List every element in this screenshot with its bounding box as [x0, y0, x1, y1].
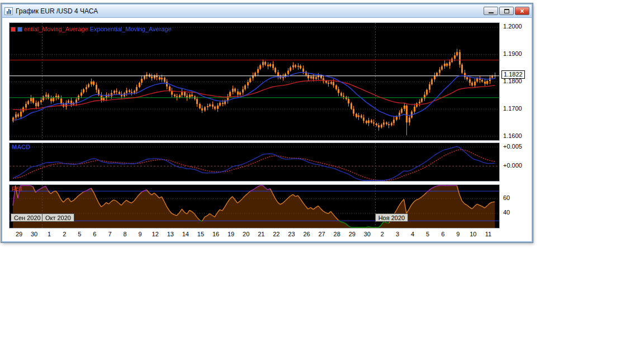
rsi-panel	[9, 184, 500, 228]
x-axis-day-label: 5	[426, 231, 429, 237]
titlebar[interactable]: График EUR /USD 4 ЧАСА ×	[2, 4, 532, 18]
macd-axis: +0.005+0.000	[501, 142, 533, 182]
x-axis-day-label: 29	[349, 231, 356, 237]
x-axis-day-label: 30	[364, 231, 371, 237]
ema-red-legend-label: ential_Moving_Average	[24, 26, 88, 32]
rsi-canvas[interactable]	[10, 185, 499, 228]
x-axis-day-label: 13	[167, 231, 174, 237]
ema-blue-legend-label: Exponential_Moving_Average	[90, 26, 172, 32]
x-axis-day-label: 23	[288, 231, 295, 237]
x-axis-day-label: 1	[48, 231, 51, 237]
price-axis: 1.1822 1.20001.19001.18001.17001.1600	[501, 22, 533, 141]
rsi-label: RSI	[12, 185, 22, 192]
month-marker-nov: Ноя 2020	[375, 213, 409, 222]
x-axis-day-label: 4	[411, 231, 414, 237]
price-chart-panel	[9, 22, 500, 141]
x-axis-day-label: 2	[381, 231, 384, 237]
x-axis-day-label: 9	[456, 231, 460, 237]
minimize-icon	[489, 12, 494, 13]
x-axis-day-label: 30	[31, 231, 37, 237]
rsi-axis-label: 40	[503, 209, 510, 216]
rsi-axis-label: 60	[503, 194, 510, 201]
x-axis-day-label: 22	[273, 231, 280, 237]
macd-axis-label: +0.000	[503, 162, 522, 169]
price-axis-label: 1.2000	[503, 23, 522, 30]
time-axis: 2930125678912131415161920212223262728293…	[10, 230, 500, 239]
chart-window: График EUR /USD 4 ЧАСА × ential_Moving_A…	[1, 3, 533, 242]
macd-canvas[interactable]	[10, 143, 499, 181]
close-button[interactable]: ×	[515, 7, 529, 15]
current-price-box: 1.1822	[501, 70, 525, 79]
x-axis-day-label: 2	[63, 231, 66, 237]
x-axis-day-label: 12	[152, 231, 159, 237]
x-axis-day-label: 29	[16, 231, 22, 237]
x-axis-day-label: 28	[334, 231, 340, 237]
minimize-button[interactable]	[484, 7, 498, 15]
macd-label: MACD	[12, 144, 30, 150]
x-axis-day-label: 5	[78, 231, 81, 237]
x-axis-day-label: 10	[470, 231, 476, 237]
x-axis-day-label: 7	[108, 231, 111, 237]
x-axis-day-label: 20	[243, 231, 249, 237]
price-axis-label: 1.1600	[503, 132, 522, 139]
ema-blue-swatch-icon	[17, 27, 22, 32]
x-axis-day-label: 15	[197, 231, 204, 237]
indicator-legend: ential_Moving_AverageExponential_Moving_…	[11, 26, 172, 32]
macd-axis-label: +0.005	[503, 143, 522, 150]
x-axis-day-label: 19	[228, 231, 234, 237]
window-title: График EUR /USD 4 ЧАСА	[16, 7, 98, 15]
price-chart-canvas[interactable]	[10, 23, 499, 140]
price-axis-label: 1.1900	[503, 50, 522, 57]
window-chart-icon	[4, 7, 13, 15]
x-axis-day-label: 6	[441, 231, 444, 237]
maximize-icon	[504, 9, 509, 13]
month-marker-sep: Сен 2020	[11, 213, 44, 222]
x-axis-day-label: 14	[182, 231, 189, 237]
x-axis-day-label: 27	[318, 231, 325, 237]
x-axis-day-label: 21	[258, 231, 264, 237]
x-axis-day-label: 26	[303, 231, 310, 237]
ema-red-swatch-icon	[11, 27, 16, 32]
rsi-axis: 6040	[501, 184, 533, 228]
x-axis-day-label: 11	[485, 231, 491, 237]
x-axis-day-label: 9	[139, 231, 142, 237]
x-axis-day-label: 16	[212, 231, 219, 237]
x-axis-day-label: 8	[124, 231, 127, 237]
maximize-button[interactable]	[499, 7, 514, 15]
x-axis-day-label: 6	[93, 231, 96, 237]
window-controls: ×	[484, 7, 529, 15]
month-marker-oct: Окт 2020	[42, 213, 74, 222]
x-axis-day-label: 3	[396, 231, 399, 237]
price-axis-label: 1.1700	[503, 105, 522, 112]
macd-panel	[9, 142, 500, 182]
